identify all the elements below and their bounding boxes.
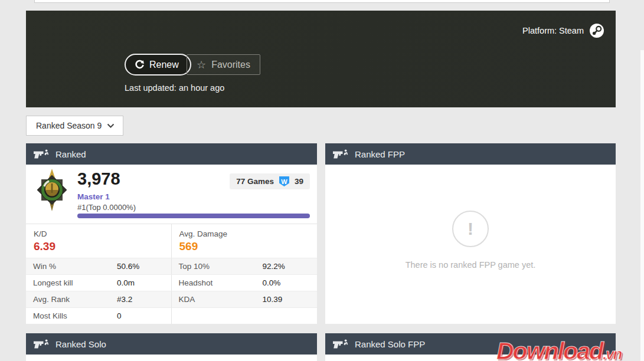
ranked-solo-card: Ranked Solo [26,333,317,361]
stat-cell: Headshot 0.0% [172,275,318,291]
stat-cell: Top 10% 92.2% [172,258,318,274]
fpp-empty-state: ! There is no ranked FPP game yet. [325,165,616,324]
favorites-button[interactable]: ☆ Favorites [187,54,260,75]
season-selector[interactable]: Ranked Season 9 [26,116,123,136]
games-count: 77 Games [236,177,274,186]
platform-indicator: Platform: Steam [522,24,604,38]
ranked-solo-fpp-card-title: Ranked Solo FPP [355,339,425,349]
ranked-card-header: Ranked [26,143,317,165]
ranked-fpp-card-title: Ranked FPP [355,149,405,159]
download-vn-watermark: Download.vn [496,337,621,361]
stat-value: 50.6% [117,262,139,271]
stat-value: 10.39 [263,295,283,304]
stat-value: 0.0m [117,278,135,287]
ranked-card: Ranked 3,978 Master 1 #1(Top [26,143,317,324]
stat-row: Win % 50.6% Top 10% 92.2% [26,258,317,274]
stat-label: Win % [33,262,117,271]
stat-row: Longest kill 0.0m Headshot 0.0% [26,274,317,291]
tier-medal-icon [33,168,71,214]
profile-banner: Platform: Steam Renew ☆ Favori [26,11,616,107]
watermark-suffix: .vn [603,345,622,361]
ranked-card-title: Ranked [55,149,86,159]
top-rank-text: #1(Top 0.0000%) [77,203,136,212]
ranked-fpp-card-header: Ranked FPP [325,143,616,165]
stat-row: Avg. Rank #3.2 KDA 10.39 [26,291,317,307]
stat-value: 92.2% [263,262,285,271]
tier-progress-bar [77,214,310,218]
stat-cell: Avg. Rank #3.2 [26,291,172,307]
avg-damage-label: Avg. Damage [179,229,309,238]
ranked-fpp-card: Ranked FPP ! There is no ranked FPP game… [325,143,616,324]
top-panel-edge [34,0,610,3]
stat-cell: Longest kill 0.0m [26,275,172,291]
stat-label: Most Kills [33,311,117,320]
season-selected-value: Ranked Season 9 [36,121,102,130]
gun-icon [34,149,49,159]
win-badge-icon: W [279,176,289,186]
summary-row: K/D 6.39 Avg. Damage 569 [26,224,317,258]
gun-icon [34,339,49,349]
ranked-solo-card-header: Ranked Solo [26,333,317,355]
stat-label: KDA [179,295,263,304]
stat-cell: Most Kills 0 [26,308,172,324]
stat-label: Longest kill [33,278,117,287]
stat-label: Avg. Rank [33,295,117,304]
chevron-down-icon [107,123,115,128]
stat-row: Most Kills 0 [26,307,317,324]
platform-label: Platform: Steam [522,26,584,35]
watermark-text: Download [496,337,603,361]
stat-value: 0.0% [263,278,281,287]
refresh-icon [135,60,145,70]
fpp-empty-message: There is no ranked FPP game yet. [406,260,536,270]
exclamation-icon: ! [452,211,489,247]
kd-value: 6.39 [34,240,163,253]
renew-label: Renew [149,60,179,70]
stat-cell: KDA 10.39 [172,291,318,307]
games-summary-badge: 77 Games W 39 [230,173,310,189]
ranked-solo-card-title: Ranked Solo [55,339,106,349]
kd-label: K/D [34,229,163,238]
stat-label: Top 10% [179,262,263,271]
stat-cell [172,308,318,324]
win-count: 39 [295,177,303,186]
scrollbar[interactable] [640,50,644,361]
renew-button[interactable]: Renew [125,54,191,76]
stat-cell: Win % 50.6% [26,258,172,274]
gun-icon [333,149,348,159]
last-updated-text: Last updated: an hour ago [125,83,224,93]
rating-section: 3,978 Master 1 #1(Top 0.0000%) 77 Games … [26,165,317,224]
favorites-label: Favorites [211,60,250,70]
rating-points: 3,978 [77,169,120,189]
avg-damage-value: 569 [179,240,309,253]
stat-value: 0 [117,311,122,320]
kd-summary-cell: K/D 6.39 [26,224,172,258]
stat-value: #3.2 [117,295,132,304]
stat-label: Headshot [179,278,263,287]
pubg-stats-page: Platform: Steam Renew ☆ Favori [0,0,644,361]
tier-name: Master 1 [77,192,110,201]
steam-icon [590,24,604,38]
avg-damage-summary-cell: Avg. Damage 569 [172,224,318,258]
gun-icon [333,339,348,349]
star-icon: ☆ [197,60,206,70]
